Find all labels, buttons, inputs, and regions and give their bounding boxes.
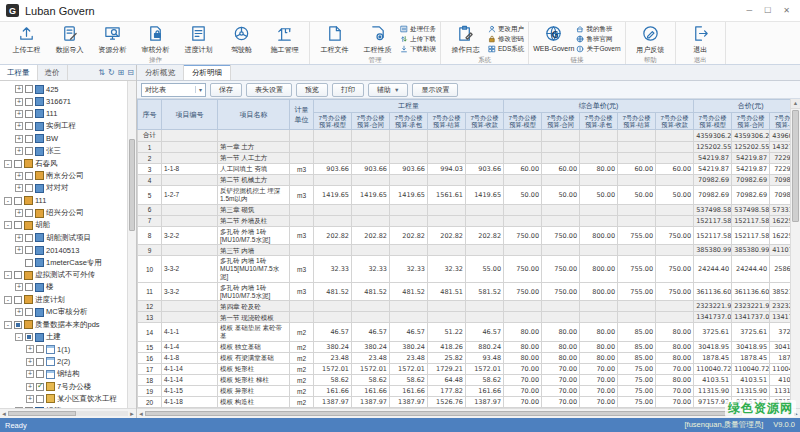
table-row[interactable]: 13第一节 现浇砼模板1341737.021341737.021341737.0… bbox=[138, 312, 791, 323]
ribbon-small-button-更改用户[interactable]: 更改用户 bbox=[488, 25, 524, 34]
expand-icon[interactable]: + bbox=[15, 85, 23, 93]
table-row[interactable]: 194-1-15模板 异形柱m2161.66161.66161.66177.82… bbox=[138, 386, 791, 397]
collapse-all-icon[interactable]: ⊟ bbox=[127, 68, 134, 77]
tree-item[interactable]: -虚拟测试不可外传 bbox=[2, 269, 127, 281]
table-row[interactable]: 51-2-7反铲挖掘机挖土 埋深1.5m以内m31419.651419.6514… bbox=[138, 186, 791, 205]
table-hscroll-thumb[interactable] bbox=[145, 411, 742, 416]
tree-checkbox[interactable] bbox=[25, 283, 33, 291]
compare-table-select[interactable]: 对比表▾ bbox=[141, 83, 206, 97]
scroll-left-arrow-icon[interactable]: ◄ bbox=[138, 411, 144, 417]
expand-icon[interactable]: + bbox=[15, 172, 23, 180]
toolbar-button-保存[interactable]: 保存 bbox=[210, 83, 242, 97]
tree-checkbox[interactable] bbox=[14, 271, 22, 279]
left-tab-工程量[interactable]: 工程量 bbox=[0, 65, 38, 80]
ribbon-small-button-鲁班官网[interactable]: 鲁班官网 bbox=[576, 35, 620, 44]
expand-all-icon[interactable]: ⊞ bbox=[118, 68, 125, 77]
tree-checkbox[interactable] bbox=[36, 358, 44, 366]
expand-icon[interactable]: + bbox=[15, 283, 23, 291]
tree-item[interactable]: +楼 bbox=[2, 281, 127, 293]
table-row[interactable]: 83-2-2多孔砖 外墙 1砖[MU10/M7.5水泥]m3202.82202.… bbox=[138, 226, 791, 245]
tree-checkbox[interactable] bbox=[25, 147, 33, 155]
tree-checkbox[interactable] bbox=[25, 184, 33, 192]
tree-vertical-scrollbar[interactable] bbox=[127, 81, 136, 408]
expand-icon[interactable]: + bbox=[15, 135, 23, 143]
table-row[interactable]: 9第三节 内墙385380.99385380.99411073.06 bbox=[138, 245, 791, 256]
ribbon-button-上传工程[interactable]: 上传工程 bbox=[5, 23, 48, 55]
ribbon-small-button-EDS系统[interactable]: EDS系统 bbox=[488, 45, 524, 54]
collapse-icon[interactable]: - bbox=[4, 160, 12, 168]
table-row[interactable]: 31-1-8人工回填土 夯填m3903.66903.66903.66994.03… bbox=[138, 164, 791, 175]
tree-checkbox[interactable] bbox=[36, 395, 44, 403]
tree-item[interactable]: +MC审核分析 bbox=[2, 306, 127, 318]
table-row[interactable]: 174-1-14模板 矩形柱m21572.011572.011572.01172… bbox=[138, 364, 791, 375]
collapse-icon[interactable]: - bbox=[4, 271, 12, 279]
scroll-up-arrow-icon[interactable]: ▲ bbox=[791, 99, 800, 109]
tree-checkbox[interactable] bbox=[25, 259, 33, 267]
expand-icon[interactable]: + bbox=[26, 383, 34, 391]
tree-item[interactable]: -111 bbox=[2, 195, 127, 207]
table-row[interactable]: 144-1-1模板 基础垫层 素砼带基m246.5746.5746.5751.2… bbox=[138, 323, 791, 342]
tree-item[interactable]: +BW bbox=[2, 133, 127, 145]
tree-item[interactable]: -胡船 bbox=[2, 219, 127, 231]
table-row[interactable]: 6第三章 砌筑537498.58537498.58573331.81 bbox=[138, 204, 791, 215]
table-row[interactable]: 4第二节 机械土方70982.6970982.6970982.69 bbox=[138, 175, 791, 186]
refresh-icon[interactable]: ↻ bbox=[108, 68, 115, 77]
tree-item[interactable]: +钢结构 bbox=[2, 368, 127, 380]
ribbon-button-用户反馈[interactable]: 用户反馈 bbox=[629, 23, 672, 55]
sort-icon[interactable]: ⇅ bbox=[98, 68, 105, 77]
tree-item[interactable]: +胡船测试项目 bbox=[2, 232, 127, 244]
tree-item[interactable]: +111 bbox=[2, 108, 127, 120]
table-row[interactable]: 154-1-4模板 独立基础m2380.24380.24380.24418.26… bbox=[138, 342, 791, 353]
tree-item[interactable]: +1(1) bbox=[2, 343, 127, 355]
ribbon-button-工程性质[interactable]: 工程性质 bbox=[356, 23, 399, 55]
tree-checkbox[interactable] bbox=[25, 234, 33, 242]
tree-checkbox[interactable] bbox=[25, 308, 33, 316]
table-row[interactable]: 12第四章 砼及砼2323221.912323221.912323221.91 bbox=[138, 301, 791, 312]
collapse-icon[interactable]: - bbox=[4, 221, 12, 229]
tree-item[interactable]: +2(2) bbox=[2, 356, 127, 368]
tab-分析明细[interactable]: 分析明细 bbox=[184, 65, 231, 80]
expand-icon[interactable]: + bbox=[15, 110, 23, 118]
table-row[interactable]: 113-3-2多孔砖 内墙 1砖[MU10/M7.5水泥]m3481.52481… bbox=[138, 282, 791, 301]
expand-icon[interactable]: + bbox=[15, 147, 23, 155]
table-row[interactable]: 103-3-2多孔砖 内墙 1砖 MU15[MU10/M7.5水泥]m332.3… bbox=[138, 256, 791, 282]
tree-item[interactable]: -石春风 bbox=[2, 157, 127, 169]
tree-horizontal-scrollbar[interactable]: ◄ ► bbox=[0, 408, 136, 418]
tree-checkbox[interactable] bbox=[36, 345, 44, 353]
tree-checkbox[interactable] bbox=[25, 85, 33, 93]
tree-item[interactable]: -进度计划 bbox=[2, 294, 127, 306]
expand-icon[interactable]: + bbox=[26, 370, 34, 378]
expand-icon[interactable]: + bbox=[15, 184, 23, 192]
tree-checkbox[interactable] bbox=[25, 110, 33, 118]
maximize-button[interactable]: ☐ bbox=[764, 6, 771, 15]
ribbon-button-进度计划[interactable]: 进度计划 bbox=[177, 23, 220, 55]
tree-checkbox[interactable] bbox=[25, 135, 33, 143]
tree-item[interactable]: -质量数据本来的pds bbox=[2, 318, 127, 330]
table-row[interactable]: 164-1-8模板 有梁满堂基础m223.4823.4823.4825.8293… bbox=[138, 353, 791, 364]
ribbon-button-驾驶舱[interactable]: 驾驶舱 bbox=[220, 23, 263, 55]
toolbar-button-显示设置[interactable]: 显示设置 bbox=[412, 83, 458, 97]
table-row[interactable]: 204-1-18模板 构造柱m21387.971387.971387.97152… bbox=[138, 397, 791, 408]
expand-icon[interactable]: + bbox=[15, 209, 23, 217]
expand-icon[interactable]: + bbox=[15, 98, 23, 106]
table-row[interactable]: 7第二节 外墙及柱152117.58152117.58162258.76 bbox=[138, 215, 791, 226]
tree-checkbox[interactable] bbox=[14, 321, 22, 329]
expand-icon[interactable]: + bbox=[26, 345, 34, 353]
ribbon-small-button-上传下载[interactable]: 上传下载 bbox=[400, 35, 436, 44]
tree-checkbox[interactable] bbox=[25, 172, 33, 180]
expand-icon[interactable]: + bbox=[26, 395, 34, 403]
table-row[interactable]: 1第一章 土方125202.55125202.55143275.84 bbox=[138, 142, 791, 153]
ribbon-small-button-下载勘误[interactable]: 下载勘误 bbox=[400, 45, 436, 54]
ribbon-small-button-处理任务[interactable]: 处理任务 bbox=[400, 25, 436, 34]
tree-checkbox[interactable] bbox=[36, 383, 44, 391]
tree-checkbox[interactable] bbox=[25, 407, 33, 408]
table-vertical-scrollbar[interactable]: ▲ bbox=[790, 99, 800, 408]
tree-item[interactable]: +20140513 bbox=[2, 244, 127, 256]
ribbon-button-施工管理[interactable]: 施工管理 bbox=[263, 23, 306, 55]
collapse-icon[interactable]: - bbox=[4, 296, 12, 304]
expand-icon[interactable]: + bbox=[15, 246, 23, 254]
expand-icon[interactable]: + bbox=[15, 122, 23, 130]
tree-item[interactable]: +对对对 bbox=[2, 182, 127, 194]
collapse-icon[interactable]: - bbox=[4, 321, 12, 329]
ribbon-button-审核分析[interactable]: 审核分析 bbox=[134, 23, 177, 55]
